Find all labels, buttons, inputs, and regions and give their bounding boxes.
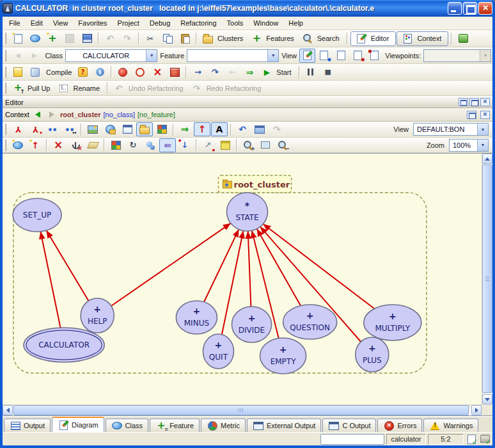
tab-warnings[interactable]: Warnings [423, 419, 478, 432]
class-node-help[interactable]: +HELP [81, 298, 114, 333]
zoom-in-button[interactable]: + [240, 138, 256, 152]
maximize-context-button[interactable] [467, 111, 476, 119]
straighten-links-button[interactable]: ● [177, 138, 193, 152]
run-to-cursor-button[interactable] [241, 65, 258, 79]
tab-errors[interactable]: ×Errors [377, 419, 422, 432]
toolbar-gripper[interactable] [4, 124, 6, 135]
new-class-button[interactable] [27, 31, 43, 45]
step-into-button[interactable] [189, 65, 206, 79]
scroll-left-button[interactable] [3, 405, 13, 415]
compile-question-button[interactable] [74, 65, 91, 79]
menu-debug[interactable]: Debug [145, 18, 175, 28]
tab-feature[interactable]: ≡Feature [150, 419, 200, 432]
context-back-button[interactable] [32, 109, 43, 120]
menu-refactoring[interactable]: Refactoring [175, 18, 221, 28]
scroll-up-button[interactable] [482, 154, 492, 164]
disable-breakpoints-button[interactable] [132, 65, 148, 79]
add-ancestors-button[interactable] [10, 122, 26, 136]
view-contract-button[interactable]: ● [350, 49, 366, 63]
dropdown-arrow-icon[interactable] [477, 140, 488, 151]
remove-breakpoints-button[interactable] [149, 65, 166, 79]
diagram-zoom-combo[interactable]: 100% [449, 139, 489, 152]
copy-button[interactable] [159, 31, 176, 45]
menu-project[interactable]: Project [113, 18, 145, 28]
export-png-button[interactable] [84, 122, 101, 136]
menu-favorites[interactable]: Favorites [73, 18, 112, 28]
horizontal-scroll-thumb[interactable] [13, 405, 469, 415]
close-context-button[interactable] [480, 111, 490, 119]
toolbar-gripper[interactable] [4, 67, 6, 78]
editor-tool-button[interactable]: Editor [350, 31, 397, 46]
remove-anchor-button[interactable]: × [67, 138, 84, 152]
erase-item-button[interactable] [84, 138, 101, 152]
menu-help[interactable]: Help [283, 18, 308, 28]
class-combo[interactable]: CALCULATOR [65, 49, 157, 62]
class-node-divide[interactable]: +DIVIDE [232, 307, 271, 342]
context-feature[interactable]: [no_feature] [138, 111, 175, 118]
new-class-node-button[interactable]: ★ [10, 138, 26, 152]
menu-edit[interactable]: Edit [26, 18, 48, 28]
add-suppliers-button[interactable]: ↔ [61, 122, 78, 136]
toggle-colors-button[interactable] [107, 138, 124, 152]
class-node-minus[interactable]: +MINUS [176, 301, 217, 334]
feature-combo[interactable] [187, 49, 279, 62]
context-tool-button[interactable]: Context [397, 31, 448, 46]
pull-up-button[interactable]: ↑Pull Up [10, 81, 54, 95]
close-pane-button[interactable] [480, 98, 490, 106]
cluster-view-button[interactable] [136, 122, 153, 136]
undock-pane-button[interactable] [459, 98, 468, 106]
maximize-pane-button[interactable] [469, 98, 479, 106]
uml-view-button[interactable] [119, 122, 136, 136]
tab-output[interactable]: Output [4, 419, 51, 432]
client-link-mode-button[interactable] [177, 122, 193, 136]
dropdown-arrow-icon[interactable] [477, 124, 488, 135]
class-node-empty[interactable]: +EMPTY [260, 338, 306, 374]
vertical-scroll-thumb[interactable] [482, 164, 492, 393]
view-text-button[interactable] [333, 49, 349, 63]
open-external-editor-button[interactable] [455, 31, 471, 45]
stop-button[interactable] [320, 65, 336, 79]
features-button[interactable]: Features [248, 31, 298, 45]
tab-external-output[interactable]: External Output [247, 419, 321, 432]
class-node-calculator[interactable]: CALCULATOR [24, 328, 104, 362]
step-over-button[interactable] [207, 65, 223, 79]
clusters-button[interactable]: Clusters [200, 31, 248, 45]
syntax-check-icon[interactable] [466, 434, 477, 444]
title-bar[interactable]: CALCULATOR in cluster root_cluster locat… [0, 0, 495, 17]
menu-tools[interactable]: Tools [222, 18, 249, 28]
dropdown-arrow-icon[interactable] [267, 50, 278, 61]
add-descendants-button[interactable]: ▾ [27, 122, 43, 136]
class-node-set_up[interactable]: SET_UP [13, 198, 61, 232]
horizontal-scrollbar[interactable] [3, 404, 482, 415]
menu-view[interactable]: View [48, 18, 74, 28]
toolbar-gripper[interactable] [4, 33, 6, 44]
diagram-undo-button[interactable] [234, 122, 251, 136]
new-feature-button[interactable]: ★ [44, 31, 61, 45]
project-info-button[interactable] [91, 65, 108, 79]
menu-file[interactable]: File [4, 18, 26, 28]
rename-button[interactable]: Rename [55, 81, 104, 95]
enable-breakpoints-button[interactable] [114, 65, 131, 79]
class-node-multiply[interactable]: +MULTIPLY [364, 305, 421, 340]
vertical-scrollbar[interactable] [482, 154, 492, 404]
menu-window[interactable]: Window [248, 18, 283, 28]
new-window-button[interactable]: ★ [10, 31, 26, 45]
label-mode-button[interactable] [211, 122, 228, 136]
context-cluster[interactable]: root_cluster [60, 111, 101, 118]
debug-tool-button[interactable] [166, 65, 183, 79]
delete-item-button[interactable] [50, 138, 67, 152]
zoom-out-button[interactable]: − [274, 138, 291, 152]
save-all-button[interactable] [79, 31, 95, 45]
close-button[interactable] [478, 2, 492, 15]
status-search-input[interactable] [320, 434, 384, 445]
view-interface-button[interactable]: ● [366, 49, 382, 63]
diagram-view-combo[interactable]: DEFAULT:BON [413, 123, 489, 136]
scroll-right-button[interactable] [471, 405, 482, 415]
pause-button[interactable] [302, 65, 319, 79]
melt-button[interactable] [10, 65, 26, 79]
scroll-down-button[interactable] [482, 394, 492, 404]
layout-settings-button[interactable] [217, 138, 233, 152]
move-anchor-button[interactable]: ● [200, 138, 216, 152]
start-button[interactable]: Start [258, 65, 295, 79]
toolbar-gripper[interactable] [4, 140, 6, 151]
